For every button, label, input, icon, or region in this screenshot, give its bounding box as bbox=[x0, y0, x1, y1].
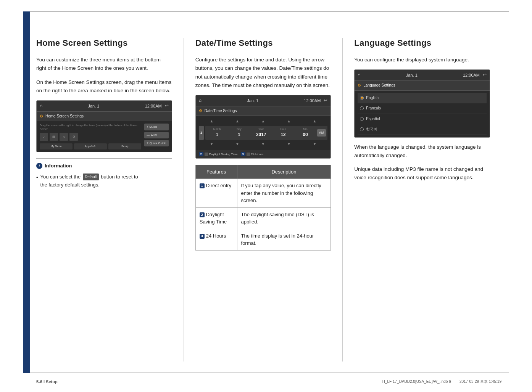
lang-radio-button bbox=[360, 117, 364, 121]
lang-radio-button bbox=[360, 106, 364, 110]
hour-down-arrow[interactable]: ▼ bbox=[283, 141, 295, 148]
home-mockup-date: Jan. 1 bbox=[45, 103, 142, 109]
datetime-para: Configure the settings for time and date… bbox=[195, 56, 331, 90]
info-bullet: • You can select the Default button to r… bbox=[36, 173, 172, 189]
dt-back-icon: ↩ bbox=[324, 97, 327, 104]
feature-badge: 2 bbox=[200, 212, 205, 217]
table-row: 1Direct entryIf you tap any value, you c… bbox=[195, 179, 331, 208]
datetime-body: Configure the settings for time and date… bbox=[195, 56, 331, 251]
description-cell: If you tap any value, you can directly e… bbox=[237, 179, 331, 208]
dt-menu-title: Date/Time Settings bbox=[205, 108, 237, 114]
lang-gear-icon: ⚙ bbox=[358, 82, 361, 89]
feature-badge: 1 bbox=[200, 183, 205, 188]
min-down-arrow[interactable]: ▼ bbox=[309, 141, 321, 148]
info-after-text: button to reset to bbox=[101, 174, 138, 180]
note-icon: ♫ bbox=[63, 134, 65, 139]
info-after2-text: the factory default settings. bbox=[40, 182, 100, 188]
home-screen-mockup: ⌂ Jan. 1 12:00AM ↩ ⚙ Home Screen Setting… bbox=[36, 100, 172, 152]
language-body: You can configure the displayed system l… bbox=[354, 56, 490, 182]
dt-month-field: Month 1 bbox=[207, 127, 227, 139]
dt-month-value: 1 bbox=[207, 131, 227, 139]
info-text: You can select the Default button to res… bbox=[40, 173, 138, 189]
music-icon: ♪ bbox=[43, 134, 45, 139]
month-down-arrow[interactable]: ▼ bbox=[206, 141, 217, 148]
home-icons-row: ♪ ▤ ♫ ⚙ bbox=[40, 133, 141, 141]
home-mockup-header: ⌂ Jan. 1 12:00AM ↩ bbox=[37, 101, 172, 112]
home-right-music-label: Music bbox=[149, 124, 157, 129]
feature-cell: 2Daylight Saving Time bbox=[195, 207, 237, 229]
dt-daylight-checkbox[interactable] bbox=[205, 153, 208, 156]
blue-sidebar-accent bbox=[23, 11, 30, 373]
lang-radio-button bbox=[360, 96, 364, 100]
settings-icon: ⚙ bbox=[73, 134, 75, 139]
dt-year-value: 2017 bbox=[251, 131, 271, 139]
dt-hour-value: 12 bbox=[273, 131, 293, 139]
default-button[interactable]: Default bbox=[83, 174, 99, 180]
dt-daylight-label: Daylight Saving Time bbox=[209, 152, 238, 157]
day-up-arrow[interactable]: ▲ bbox=[232, 118, 243, 125]
quickguide-icon: ? bbox=[147, 141, 148, 146]
lang-back-icon: ↩ bbox=[483, 71, 487, 79]
year-up-arrow[interactable]: ▲ bbox=[258, 118, 269, 125]
lang-home-icon: ⌂ bbox=[358, 71, 360, 79]
page-footer: 5-6 I Setup H_LF 17_DAUD2.0[USA_EU]AV_.i… bbox=[36, 379, 501, 384]
day-down-arrow[interactable]: ▼ bbox=[232, 141, 243, 148]
info-icon: i bbox=[36, 163, 42, 169]
home-bottom-mymenu: My Menu bbox=[40, 143, 73, 149]
table-row: 324 HoursThe time display is set in 24-h… bbox=[195, 229, 331, 250]
info-separator bbox=[36, 192, 172, 192]
dt-values-area: 1 Month 1 Day 1 Year bbox=[199, 126, 328, 140]
min-up-arrow[interactable]: ▲ bbox=[309, 118, 321, 125]
home-right-aux-label: AUX bbox=[151, 133, 157, 138]
dt-mockup-time: 12:00AM bbox=[304, 97, 321, 104]
dt-24h-label: 24 Hours bbox=[251, 152, 263, 157]
dt-day-label: Day bbox=[229, 127, 250, 132]
lang-option-item[interactable]: Français bbox=[358, 103, 487, 114]
column-language: Language Settings You can configure the … bbox=[342, 38, 501, 361]
language-para3: Unique data including MP3 file name is n… bbox=[354, 165, 490, 182]
dt-min-field: Min 00 bbox=[295, 127, 316, 139]
dt-badge1: 1 bbox=[199, 126, 204, 140]
description-cell: The daylight saving time (DST) is applie… bbox=[237, 207, 331, 229]
lang-menu-title: Language Settings bbox=[363, 82, 395, 89]
lang-option-item[interactable]: Español bbox=[358, 114, 487, 125]
footer-page-label: 5-6 I Setup bbox=[36, 379, 58, 384]
lang-option-item[interactable]: 한국어 bbox=[358, 124, 487, 135]
datetime-controls: ▲ ▲ ▲ ▲ ▲ 1 Month 1 bbox=[196, 116, 331, 149]
table-row: 2Daylight Saving TimeThe daylight saving… bbox=[195, 207, 331, 229]
datetime-mockup-header: ⌂ Jan. 1 12:00AM ↩ bbox=[196, 95, 331, 106]
page-border-top bbox=[23, 11, 509, 12]
dt-hour-label: Hour bbox=[273, 127, 293, 132]
dt-24h-checkbox[interactable] bbox=[247, 153, 250, 156]
column-home-screen: Home Screen Settings You can customize t… bbox=[36, 38, 184, 361]
home-mockup-time: 12:00AM bbox=[145, 103, 162, 109]
feature-cell: 324 Hours bbox=[195, 229, 237, 250]
page-border-right bbox=[509, 11, 509, 373]
information-box: i Information • You can select the Defau… bbox=[36, 158, 172, 192]
lang-mockup-date: Jan. 1 bbox=[364, 72, 460, 79]
info-title: Information bbox=[45, 162, 72, 170]
language-body3-text: Unique data including MP3 file name is n… bbox=[354, 166, 483, 180]
page-border-bottom bbox=[23, 373, 509, 373]
dt-am-button[interactable]: AM bbox=[317, 129, 326, 137]
home-right-panel: ♪ Music — AUX ? Quick Guide bbox=[144, 124, 168, 149]
home-icon-note: ♫ bbox=[60, 133, 68, 141]
aux-icon: — bbox=[147, 133, 150, 138]
year-down-arrow[interactable]: ▼ bbox=[258, 141, 269, 148]
dt-year-field: Year 2017 bbox=[251, 127, 271, 139]
month-up-arrow[interactable]: ▲ bbox=[206, 118, 217, 125]
home-screen-content: Drag the icons on the right to change th… bbox=[37, 121, 172, 152]
feature-cell: 1Direct entry bbox=[195, 179, 237, 208]
content-area: Home Screen Settings You can customize t… bbox=[36, 38, 501, 361]
home-icon-folder: ▤ bbox=[50, 133, 58, 141]
dt-arrows-up: ▲ ▲ ▲ ▲ ▲ bbox=[199, 118, 328, 125]
home-bottom-bar: My Menu Apps/Info Setup bbox=[40, 143, 141, 149]
home-screen-para2: On the Home Screen Settings screen, drag… bbox=[36, 78, 172, 95]
column-datetime: Date/Time Settings Configure the setting… bbox=[184, 38, 343, 361]
hour-up-arrow[interactable]: ▲ bbox=[283, 118, 295, 125]
folder-icon: ▤ bbox=[52, 134, 55, 139]
home-screen-para1: You can customize the three menu items a… bbox=[36, 56, 172, 73]
info-before-text: You can select the bbox=[40, 174, 81, 180]
dt-daylight-item: 2 Daylight Saving Time bbox=[199, 152, 238, 157]
lang-option-item[interactable]: English bbox=[358, 93, 487, 104]
